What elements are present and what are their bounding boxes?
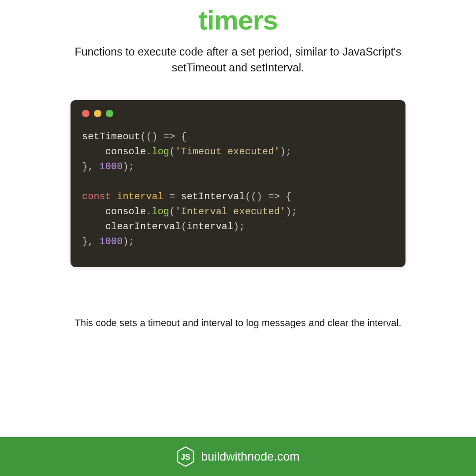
code-token: =>	[262, 191, 286, 202]
code-token: =	[164, 191, 181, 202]
window-controls	[82, 110, 394, 117]
code-token: )	[152, 131, 157, 142]
code-token: setTimeout	[82, 131, 140, 142]
code-token: interval	[117, 191, 164, 202]
code-window: setTimeout(() => { console.log('Timeout …	[71, 100, 405, 268]
code-token: )	[257, 191, 262, 202]
code-token	[111, 191, 117, 202]
code-token	[82, 221, 105, 232]
code-token: );	[123, 161, 134, 172]
code-token: .	[146, 146, 152, 157]
code-token: console	[105, 146, 146, 157]
code-token: 'Interval executed'	[175, 206, 286, 217]
code-token: 1000	[100, 161, 123, 172]
code-token: (	[169, 146, 175, 157]
footer-site: buildwithnode.com	[201, 450, 300, 464]
code-token: );	[280, 146, 291, 157]
code-token: );	[286, 206, 297, 217]
code-token: 'Timeout executed'	[175, 146, 280, 157]
code-token	[82, 206, 105, 217]
code-token: ((	[140, 131, 152, 142]
code-token: interval	[187, 221, 234, 232]
code-token: ,	[88, 236, 99, 247]
footer: JS buildwithnode.com	[0, 437, 476, 476]
main-content: timers Functions to execute code after a…	[0, 0, 476, 437]
page-subtitle: Functions to execute code after a set pe…	[51, 44, 425, 76]
minimize-icon	[94, 110, 101, 117]
code-token	[82, 146, 105, 157]
code-token: );	[233, 221, 245, 232]
code-token: log	[152, 146, 169, 157]
code-token: (	[169, 206, 175, 217]
page-caption: This code sets a timeout and interval to…	[74, 316, 401, 330]
code-token: {	[286, 191, 291, 202]
close-icon	[82, 110, 89, 117]
code-token: const	[82, 191, 111, 202]
nodejs-icon: JS	[176, 446, 195, 467]
code-token: ,	[88, 161, 99, 172]
page-title: timers	[198, 4, 278, 36]
code-token: console	[105, 206, 146, 217]
code-token: setInterval	[181, 191, 245, 202]
code-token: =>	[158, 131, 181, 142]
maximize-icon	[106, 110, 113, 117]
code-token: );	[123, 236, 134, 247]
code-token: (	[181, 221, 186, 232]
code-block: setTimeout(() => { console.log('Timeout …	[82, 130, 394, 250]
code-token: log	[152, 206, 169, 217]
code-token: ((	[245, 191, 257, 202]
code-token: clearInterval	[105, 221, 181, 232]
code-token: }	[82, 236, 88, 247]
code-token: 1000	[100, 236, 123, 247]
svg-text:JS: JS	[181, 453, 190, 461]
code-token: {	[181, 131, 186, 142]
code-token: }	[82, 161, 88, 172]
code-token: .	[146, 206, 152, 217]
